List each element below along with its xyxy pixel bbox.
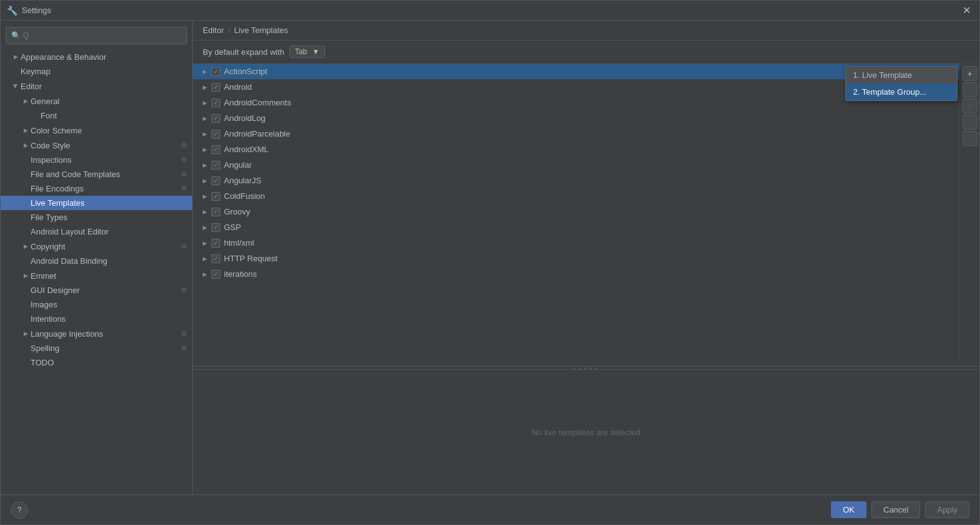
sidebar-item-android-data-binding[interactable]: Android Data Binding bbox=[1, 254, 192, 268]
sidebar-item-file-types[interactable]: File Types bbox=[1, 210, 192, 224]
arrow-icon: ▶ bbox=[21, 125, 31, 135]
sidebar-item-spelling[interactable]: Spelling⚙ bbox=[1, 341, 192, 355]
content-area: 🔍 ▶Appearance & BehaviorKeymap▶Editor▶Ge… bbox=[1, 21, 979, 494]
nav-label: File Encodings bbox=[31, 184, 178, 193]
group-checkbox[interactable]: ✓ bbox=[211, 145, 220, 154]
copy-button[interactable]: ⧉ bbox=[963, 99, 978, 113]
group-label: HTTP Request bbox=[224, 254, 278, 263]
sidebar-item-appearance-behavior[interactable]: ▶Appearance & Behavior bbox=[1, 49, 192, 64]
template-group-html/xml[interactable]: ▶ ✓ html/xml bbox=[193, 235, 959, 251]
sidebar-item-keymap[interactable]: Keymap bbox=[1, 64, 192, 79]
search-box[interactable]: 🔍 bbox=[6, 27, 187, 44]
sidebar-item-code-style[interactable]: ▶Code Style⚙ bbox=[1, 138, 192, 153]
group-checkbox[interactable]: ✓ bbox=[211, 176, 220, 185]
sidebar-item-general[interactable]: ▶General bbox=[1, 94, 192, 108]
group-checkbox[interactable]: ✓ bbox=[211, 161, 220, 170]
settings-icon: ⚙ bbox=[181, 142, 187, 150]
sidebar: 🔍 ▶Appearance & BehaviorKeymap▶Editor▶Ge… bbox=[1, 21, 193, 494]
app-icon: 🔧 bbox=[7, 6, 17, 16]
live-template-option[interactable]: 1. Live Template bbox=[846, 67, 957, 84]
sidebar-item-color-scheme[interactable]: ▶Color Scheme bbox=[1, 123, 192, 138]
chevron-down-icon: ▼ bbox=[312, 47, 319, 56]
sidebar-item-android-layout-editor[interactable]: Android Layout Editor bbox=[1, 224, 192, 239]
sidebar-item-emmet[interactable]: ▶Emmet bbox=[1, 268, 192, 283]
template-group-androidxml[interactable]: ▶ ✓ AndroidXML bbox=[193, 142, 959, 157]
sidebar-item-images[interactable]: Images bbox=[1, 297, 192, 312]
settings-icon: ⚙ bbox=[181, 344, 187, 352]
templates-area: ▶ ✓ ActionScript ▶ ✓ Android ▶ ✓ Android… bbox=[193, 64, 979, 366]
template-group-androidparcelable[interactable]: ▶ ✓ AndroidParcelable bbox=[193, 126, 959, 142]
sidebar-item-file-encodings[interactable]: File Encodings⚙ bbox=[1, 181, 192, 196]
expand-label: By default expand with bbox=[203, 47, 284, 57]
nav-label: File and Code Templates bbox=[31, 170, 178, 179]
nav-label: GUI Designer bbox=[31, 286, 178, 295]
group-checkbox[interactable]: ✓ bbox=[211, 254, 220, 263]
close-button[interactable]: ✕ bbox=[960, 4, 973, 16]
arrow-down-icon: ↓ bbox=[968, 133, 972, 143]
sidebar-item-intentions[interactable]: Intentions bbox=[1, 312, 192, 326]
sidebar-item-inspections[interactable]: Inspections⚙ bbox=[1, 153, 192, 167]
sidebar-item-font[interactable]: Font bbox=[1, 108, 192, 123]
template-group-coldfusion[interactable]: ▶ ✓ ColdFusion bbox=[193, 188, 959, 204]
template-group-actionscript[interactable]: ▶ ✓ ActionScript bbox=[193, 64, 959, 79]
right-toolbar: + 1. Live Template 2. Template Group... … bbox=[959, 64, 979, 366]
ok-button[interactable]: OK bbox=[831, 501, 866, 518]
move-up-button[interactable]: ↑ bbox=[963, 115, 978, 130]
group-checkbox[interactable]: ✓ bbox=[211, 192, 220, 201]
settings-icon: ⚙ bbox=[181, 243, 187, 251]
group-label: AndroidComments bbox=[224, 98, 291, 107]
group-checkbox[interactable]: ✓ bbox=[211, 208, 220, 216]
detail-area: No live templates are selected bbox=[193, 370, 979, 494]
expand-arrow-icon: ▶ bbox=[200, 161, 209, 170]
arrow-icon: ▶ bbox=[11, 52, 21, 62]
nav-label: General bbox=[31, 97, 187, 106]
sidebar-item-editor[interactable]: ▶Editor bbox=[1, 79, 192, 94]
arrow-up-icon: ↑ bbox=[968, 117, 972, 127]
main-content: Editor › Live Templates By default expan… bbox=[193, 21, 979, 494]
template-group-http-request[interactable]: ▶ ✓ HTTP Request bbox=[193, 251, 959, 266]
expand-arrow-icon: ▶ bbox=[200, 223, 209, 232]
expand-dropdown[interactable]: Tab ▼ bbox=[289, 46, 325, 58]
expand-arrow-icon: ▶ bbox=[200, 67, 209, 76]
group-checkbox[interactable]: ✓ bbox=[211, 67, 220, 76]
group-checkbox[interactable]: ✓ bbox=[211, 114, 220, 123]
apply-button[interactable]: Apply bbox=[925, 501, 969, 518]
template-group-angularjs[interactable]: ▶ ✓ AngularJS bbox=[193, 173, 959, 188]
template-group-angular[interactable]: ▶ ✓ Angular bbox=[193, 157, 959, 173]
template-group-option[interactable]: 2. Template Group... bbox=[846, 84, 957, 100]
group-checkbox[interactable]: ✓ bbox=[211, 223, 220, 232]
sidebar-item-gui-designer[interactable]: GUI Designer⚙ bbox=[1, 283, 192, 297]
template-group-groovy[interactable]: ▶ ✓ Groovy bbox=[193, 204, 959, 219]
expand-arrow-icon: ▶ bbox=[200, 99, 209, 107]
template-group-iterations[interactable]: ▶ ✓ iterations bbox=[193, 266, 959, 282]
add-button[interactable]: + bbox=[963, 66, 978, 81]
group-checkbox[interactable]: ✓ bbox=[211, 270, 220, 279]
template-group-androidlog[interactable]: ▶ ✓ AndroidLog bbox=[193, 110, 959, 126]
group-checkbox[interactable]: ✓ bbox=[211, 239, 220, 248]
template-group-gsp[interactable]: ▶ ✓ GSP bbox=[193, 219, 959, 235]
sidebar-item-file-and-code-templates[interactable]: File and Code Templates⚙ bbox=[1, 167, 192, 181]
template-group-androidcomments[interactable]: ▶ ✓ AndroidComments bbox=[193, 95, 959, 110]
expand-arrow-icon: ▶ bbox=[200, 83, 209, 92]
sidebar-item-copyright[interactable]: ▶Copyright⚙ bbox=[1, 239, 192, 254]
group-checkbox[interactable]: ✓ bbox=[211, 83, 220, 92]
group-label: ActionScript bbox=[224, 67, 267, 76]
nav-label: Code Style bbox=[31, 141, 178, 150]
remove-button[interactable]: − bbox=[963, 82, 978, 97]
group-checkbox[interactable]: ✓ bbox=[211, 130, 220, 138]
add-button-container: + 1. Live Template 2. Template Group... bbox=[963, 66, 978, 81]
group-checkbox[interactable]: ✓ bbox=[211, 99, 220, 107]
search-input[interactable] bbox=[23, 31, 182, 40]
expand-value: Tab bbox=[295, 47, 307, 56]
sidebar-item-live-templates[interactable]: Live Templates bbox=[1, 196, 192, 210]
help-button[interactable]: ? bbox=[11, 501, 28, 519]
sidebar-item-todo[interactable]: TODO bbox=[1, 355, 192, 370]
move-down-button[interactable]: ↓ bbox=[963, 131, 978, 146]
nav-label: Android Data Binding bbox=[31, 256, 187, 266]
sidebar-item-language-injections[interactable]: ▶Language Injections⚙ bbox=[1, 326, 192, 341]
cancel-button[interactable]: Cancel bbox=[871, 501, 920, 518]
template-group-android[interactable]: ▶ ✓ Android bbox=[193, 79, 959, 95]
expand-arrow-icon: ▶ bbox=[200, 176, 209, 185]
group-label: Android bbox=[224, 82, 252, 92]
breadcrumb-live-templates: Live Templates bbox=[234, 26, 288, 35]
